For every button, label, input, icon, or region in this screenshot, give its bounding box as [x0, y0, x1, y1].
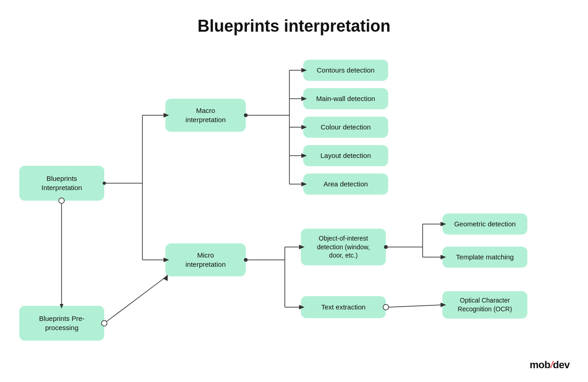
- node-colour-detection: Colour detection: [303, 117, 388, 138]
- svg-line-3: [104, 277, 165, 323]
- node-contours-detection: Contours detection: [303, 60, 388, 81]
- node-object-detection: Object-of-interestdetection (window,door…: [301, 229, 386, 265]
- node-layout-detection: Layout detection: [303, 145, 388, 166]
- node-macro-interpretation: Macrointerpretation: [165, 99, 246, 132]
- node-text-extraction: Text extraction: [301, 296, 386, 318]
- svg-marker-5: [163, 275, 168, 281]
- page-title: Blueprints interpretation: [0, 0, 588, 36]
- node-blueprints-interpretation: Blueprints Interpretation: [19, 166, 104, 201]
- brand-logo: mob/dev: [530, 359, 570, 371]
- node-micro-interpretation: Microinterpretation: [165, 243, 246, 276]
- node-template-matching: Template matching: [442, 247, 527, 268]
- node-ocr: Optical CharacterRecognition (OCR): [442, 291, 527, 319]
- svg-line-41: [389, 305, 442, 307]
- node-mainwall-detection: Main-wall detection: [303, 88, 388, 109]
- node-blueprints-preprocessing: Blueprints Pre-processing: [19, 306, 104, 341]
- node-area-detection: Area detection: [303, 174, 388, 195]
- node-geometric-detection: Geometric detection: [442, 213, 527, 235]
